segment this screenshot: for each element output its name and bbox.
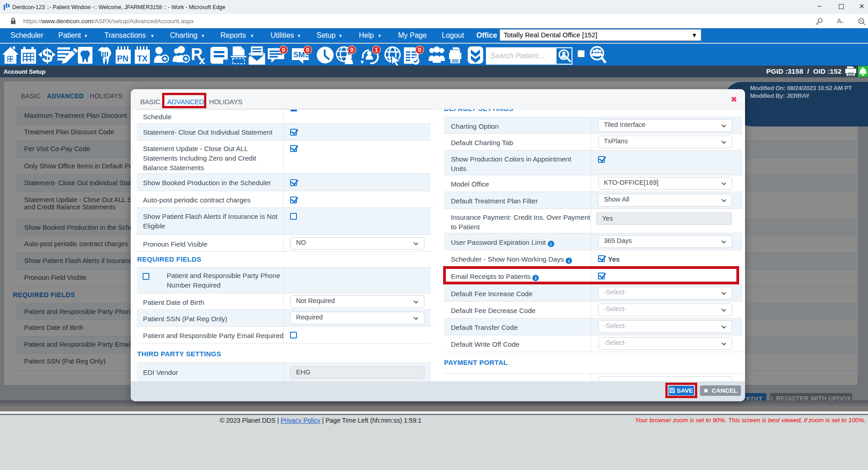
svg-text:x: x [199, 54, 205, 66]
svg-text:$: $ [42, 45, 52, 66]
svg-text:TX: TX [137, 54, 148, 63]
svg-text:PN: PN [117, 54, 128, 63]
